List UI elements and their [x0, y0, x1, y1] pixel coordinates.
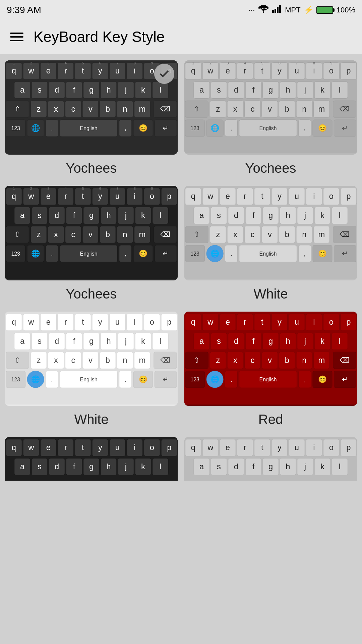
svg-text:2: 2: [209, 61, 212, 65]
svg-text:j: j: [304, 336, 306, 345]
svg-text:u: u: [115, 66, 120, 75]
svg-text:b: b: [106, 104, 110, 113]
keyboard-card-partial-left[interactable]: qwe rty uio p asd fgh jkl: [5, 437, 178, 481]
svg-text:o: o: [150, 443, 154, 452]
svg-text:d: d: [234, 462, 238, 471]
svg-text:English: English: [259, 125, 277, 131]
svg-text:u: u: [115, 317, 120, 326]
svg-text:3: 3: [47, 61, 49, 65]
svg-text:f: f: [252, 211, 255, 220]
svg-text:b: b: [285, 230, 289, 239]
svg-text:q: q: [12, 443, 16, 452]
svg-text:f: f: [73, 336, 75, 345]
svg-text:k: k: [320, 211, 324, 220]
keyboard-card-yochees-light[interactable]: qwe rty uio p 123 456 789: [184, 60, 357, 176]
svg-text:o: o: [329, 192, 334, 201]
svg-text:123: 123: [11, 251, 20, 257]
svg-text:9: 9: [330, 61, 332, 65]
svg-text:4: 4: [65, 61, 67, 65]
svg-text:v: v: [268, 355, 272, 364]
svg-text:s: s: [217, 462, 221, 471]
svg-text:m: m: [318, 104, 325, 113]
svg-text:t: t: [82, 66, 84, 75]
svg-text:w: w: [207, 192, 214, 201]
svg-text:z: z: [37, 355, 41, 364]
keyboard-card-white-light[interactable]: qwe rty uio p asd: [184, 186, 357, 301]
svg-text:o: o: [329, 317, 334, 326]
svg-text:🌐: 🌐: [31, 124, 40, 132]
svg-text:⇧: ⇧: [194, 356, 200, 364]
keyboard-label-1: Yochees: [66, 161, 117, 176]
svg-text:e: e: [46, 192, 51, 201]
keyboard-card-yochees-dark-selected[interactable]: q w e r t y u i o p 123 456 789: [5, 60, 178, 176]
svg-text:c: c: [250, 355, 254, 364]
keyboard-card-partial-right[interactable]: qwe rty uio p asd fgh jkl: [184, 437, 357, 481]
svg-text:1: 1: [13, 186, 15, 191]
selected-check-overlay: [154, 64, 174, 84]
svg-text:⌫: ⌫: [160, 356, 170, 364]
svg-text:t: t: [261, 66, 263, 75]
svg-text:😊: 😊: [139, 375, 148, 384]
svg-text:f: f: [252, 85, 255, 94]
svg-text:m: m: [139, 355, 145, 364]
status-time: 9:39 AM: [7, 5, 41, 15]
svg-text:123: 123: [190, 251, 199, 257]
svg-text:q: q: [12, 192, 16, 201]
svg-text:8: 8: [134, 61, 136, 65]
svg-text:⌫: ⌫: [340, 356, 350, 364]
svg-text:⇧: ⇧: [14, 105, 20, 113]
svg-text:a: a: [199, 85, 204, 94]
svg-text:English: English: [80, 376, 98, 382]
svg-text:b: b: [106, 355, 110, 364]
svg-text:r: r: [244, 66, 246, 75]
svg-text:6: 6: [99, 61, 101, 65]
top-bar: KeyBoard Key Style: [0, 20, 362, 54]
battery-percent: 100%: [337, 6, 355, 14]
svg-text:English: English: [80, 125, 98, 131]
svg-text:⌫: ⌫: [160, 105, 170, 113]
svg-text:v: v: [268, 104, 272, 113]
svg-text:o: o: [150, 66, 154, 75]
svg-rect-1: [272, 10, 274, 13]
svg-text:s: s: [38, 211, 42, 220]
svg-text:p: p: [167, 317, 171, 326]
svg-text:i: i: [313, 192, 315, 201]
svg-text:n: n: [302, 355, 306, 364]
svg-text:h: h: [286, 336, 290, 345]
keyboard-card-red[interactable]: qwe rty uio p asd: [184, 312, 357, 427]
svg-text:s: s: [38, 85, 42, 94]
keyboard-card-yochees-dark2[interactable]: qwe rty uio p 123 456 789: [5, 186, 178, 301]
svg-text:l: l: [160, 336, 161, 345]
svg-text:v: v: [88, 355, 93, 364]
carrier-label: MPT: [285, 6, 300, 14]
svg-text:5: 5: [82, 61, 84, 65]
svg-text:y: y: [98, 66, 102, 75]
svg-text:r: r: [244, 443, 246, 452]
keyboard-preview-4: qwe rty uio p asd: [184, 186, 357, 280]
svg-text:a: a: [20, 462, 25, 471]
svg-text:j: j: [304, 462, 306, 471]
svg-text:🌐: 🌐: [210, 375, 220, 384]
svg-text:j: j: [304, 85, 306, 94]
svg-text:x: x: [233, 104, 237, 113]
keyboard-card-white[interactable]: qwe rty uio p asd: [5, 312, 178, 427]
svg-text:↵: ↵: [163, 375, 169, 383]
svg-text:k: k: [141, 336, 145, 345]
svg-text:🌐: 🌐: [210, 249, 220, 258]
svg-text:⇧: ⇧: [14, 230, 20, 238]
wifi-icon: [258, 5, 269, 15]
svg-text:😊: 😊: [139, 249, 148, 258]
svg-text:k: k: [320, 462, 324, 471]
svg-text:t: t: [82, 317, 84, 326]
svg-text:q: q: [12, 317, 16, 326]
svg-text:o: o: [329, 66, 334, 75]
svg-text:h: h: [106, 336, 111, 345]
svg-text:z: z: [216, 104, 220, 113]
svg-text:a: a: [20, 336, 25, 345]
menu-button[interactable]: [10, 33, 23, 41]
svg-text:.: .: [230, 250, 232, 257]
svg-text:⌫: ⌫: [340, 105, 350, 113]
svg-text:d: d: [234, 85, 238, 94]
svg-text:3: 3: [47, 186, 49, 191]
svg-text:c: c: [250, 230, 254, 239]
